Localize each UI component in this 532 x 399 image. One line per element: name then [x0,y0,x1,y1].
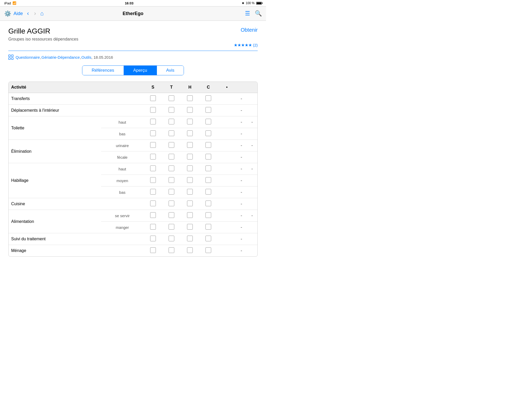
table-row: Alimentation se servir - - [9,210,257,222]
check-c[interactable] [199,210,218,222]
help-link[interactable]: Aide [14,11,23,16]
check-h[interactable] [181,245,199,257]
tabs-container: Références Aperçu Avis [8,65,258,75]
back-button[interactable]: ‹ [26,9,30,18]
check-t[interactable] [162,116,181,128]
tab-references[interactable]: Références [82,66,124,75]
tab-avis[interactable]: Avis [157,66,184,75]
check-t[interactable] [162,105,181,116]
check-c[interactable] [199,233,218,245]
check-s[interactable] [144,187,162,198]
dash1: - [236,128,247,140]
dash1: - [236,116,247,128]
check-s[interactable] [144,128,162,140]
check-h[interactable] [181,210,199,222]
check-t[interactable] [162,128,181,140]
check-h[interactable] [181,187,199,198]
check-c[interactable] [199,116,218,128]
dash1: - [236,140,247,151]
page-title-row: Grille AGGIR Obtenir [8,27,258,35]
check-t[interactable] [162,233,181,245]
check-h[interactable] [181,93,199,105]
check-s[interactable] [144,93,162,105]
check-t[interactable] [162,175,181,187]
activity-cell: Suivi du traitement [9,233,101,245]
check-t[interactable] [162,198,181,210]
header-c: C [199,82,218,93]
check-t[interactable] [162,222,181,233]
dash-dot [218,116,236,128]
dash-dot [218,233,236,245]
check-h[interactable] [181,163,199,175]
check-c[interactable] [199,187,218,198]
check-h[interactable] [181,233,199,245]
check-h[interactable] [181,222,199,233]
check-h[interactable] [181,128,199,140]
sub-activity-cell: manger [101,222,144,233]
dash-dot [218,245,236,257]
activity-table: Activité S T H C • Transferts [9,82,257,256]
check-c[interactable] [199,93,218,105]
check-h[interactable] [181,140,199,151]
check-t[interactable] [162,151,181,163]
check-s[interactable] [144,163,162,175]
check-t[interactable] [162,210,181,222]
tab-apercu[interactable]: Aperçu [124,66,157,75]
check-t[interactable] [162,245,181,257]
svg-rect-3 [11,58,13,59]
check-s[interactable] [144,151,162,163]
home-button[interactable]: ⌂ [40,10,44,17]
gear-icon[interactable]: ⚙️ [4,10,10,17]
tag-geriatrie[interactable]: Gériatrie-Dépendance [42,55,80,59]
dash2 [247,233,257,245]
check-s[interactable] [144,140,162,151]
search-icon[interactable]: 🔍 [255,10,262,17]
check-c[interactable] [199,222,218,233]
obtenir-link[interactable]: Obtenir [241,27,258,33]
dash1: - [236,210,247,222]
table-row: Transferts - [9,93,257,105]
check-t[interactable] [162,140,181,151]
status-left: iPad 📶 [4,1,16,5]
tag-questionnaire[interactable]: Questionnaire [16,55,40,59]
list-icon[interactable]: ☰ [245,10,250,17]
check-s[interactable] [144,175,162,187]
check-h[interactable] [181,105,199,116]
svg-rect-2 [9,58,10,59]
check-s[interactable] [144,222,162,233]
check-s[interactable] [144,116,162,128]
check-c[interactable] [199,151,218,163]
check-c[interactable] [199,105,218,116]
check-s[interactable] [144,105,162,116]
check-t[interactable] [162,163,181,175]
forward-button[interactable]: › [33,9,37,18]
dash2 [247,105,257,116]
check-c[interactable] [199,128,218,140]
stars: ★★★★★ [234,43,252,48]
check-c[interactable] [199,175,218,187]
sub-activity-cell: moyen [101,175,144,187]
check-s[interactable] [144,198,162,210]
tabs: Références Aperçu Avis [82,65,184,75]
header-dot: • [218,82,236,93]
check-c[interactable] [199,198,218,210]
page-subtitle: Groupes iso ressources dépendances [8,37,258,42]
check-t[interactable] [162,93,181,105]
check-c[interactable] [199,163,218,175]
check-s[interactable] [144,233,162,245]
dash-dot [218,222,236,233]
check-c[interactable] [199,245,218,257]
check-h[interactable] [181,198,199,210]
sub-activity-cell [101,198,144,210]
check-t[interactable] [162,187,181,198]
check-s[interactable] [144,210,162,222]
check-c[interactable] [199,140,218,151]
sub-activity-cell: haut [101,116,144,128]
tag-outils[interactable]: Outils [81,55,91,59]
check-h[interactable] [181,175,199,187]
sub-activity-cell: se servir [101,210,144,222]
check-s[interactable] [144,245,162,257]
nav-title: EtherEgo [51,11,215,16]
check-h[interactable] [181,151,199,163]
check-h[interactable] [181,116,199,128]
